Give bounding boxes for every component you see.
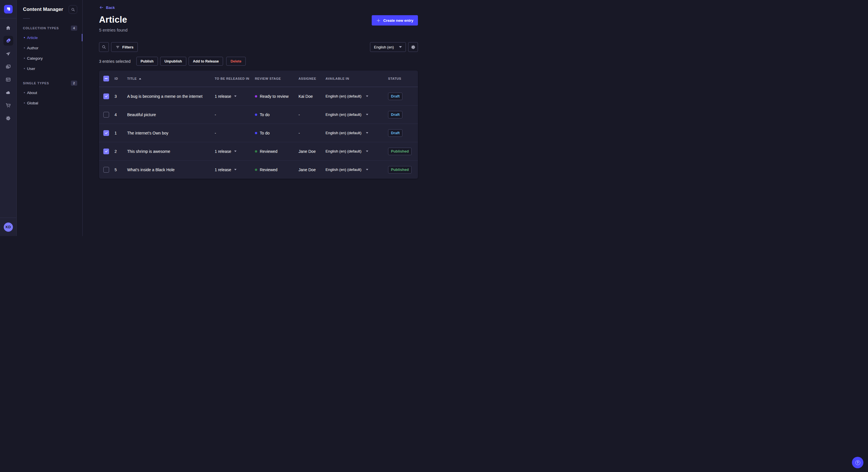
search-icon	[71, 7, 75, 12]
create-new-entry-button[interactable]: Create new entry	[372, 15, 418, 26]
main-content: Back Article 5 entries found Create new …	[83, 0, 434, 236]
column-header-available-in[interactable]: AVAILABLE IN	[326, 77, 388, 80]
row-checkbox[interactable]	[103, 167, 109, 173]
nav-content-type-builder-button[interactable]	[3, 74, 13, 84]
row-checkbox[interactable]	[103, 130, 109, 136]
sidebar-item-label: User	[27, 67, 35, 71]
entries-table: ID TITLE TO BE RELEASED IN REVIEW STAGE …	[99, 71, 418, 179]
column-header-id[interactable]: ID	[115, 77, 127, 80]
chevron-down-icon	[399, 46, 402, 48]
strapi-logo[interactable]	[4, 5, 12, 13]
stage-dot	[255, 150, 257, 153]
cell-release[interactable]: 1 release	[215, 149, 255, 154]
user-avatar[interactable]: KD	[4, 223, 13, 232]
nav-releases-button[interactable]	[3, 49, 13, 59]
cell-title: A bug is becoming a meme on the internet	[127, 94, 215, 99]
sidebar-item-label: Global	[27, 101, 38, 105]
sidebar-item-about[interactable]: About	[17, 88, 82, 98]
bullet-icon	[24, 92, 25, 93]
sidebar-item-author[interactable]: Author	[17, 43, 82, 53]
active-indicator	[82, 34, 82, 41]
add-to-release-button[interactable]: Add to Release	[189, 57, 223, 66]
cell-release: -	[215, 112, 255, 117]
nav-settings-button[interactable]	[3, 113, 13, 123]
sidebar-item-label: Category	[27, 56, 43, 61]
bullet-icon	[24, 47, 25, 48]
cell-title: The internet's Own boy	[127, 131, 215, 135]
sidebar-search-button[interactable]	[69, 5, 77, 14]
cell-available-in[interactable]: English (en) (default)	[326, 94, 388, 98]
row-checkbox[interactable]	[103, 112, 109, 117]
indeterminate-dash-icon	[105, 78, 107, 79]
sidebar-item-article[interactable]: Article	[17, 32, 82, 43]
cell-available-in[interactable]: English (en) (default)	[326, 149, 388, 154]
cell-id: 3	[115, 94, 127, 99]
bullet-icon	[24, 102, 25, 103]
cell-assignee: -	[299, 131, 326, 135]
cell-available-in[interactable]: English (en) (default)	[326, 131, 388, 135]
sidebar-item-user[interactable]: User	[17, 63, 82, 74]
column-header-status[interactable]: STATUS	[388, 77, 418, 80]
table-search-button[interactable]	[99, 42, 109, 52]
sidebar-item-label: Article	[27, 36, 38, 40]
row-checkbox[interactable]	[103, 148, 109, 154]
stage-dot	[255, 132, 257, 134]
sidebar-item-global[interactable]: Global	[17, 98, 82, 108]
stage-dot	[255, 95, 257, 98]
nav-deploy-button[interactable]	[3, 88, 13, 97]
sidebar-title: Content Manager	[23, 7, 63, 12]
check-icon	[104, 149, 108, 153]
gear-icon	[411, 45, 415, 49]
cell-review-stage: To do	[255, 131, 299, 135]
filter-icon	[115, 45, 120, 49]
chevron-down-icon	[234, 96, 237, 97]
column-header-title[interactable]: TITLE	[127, 77, 215, 80]
column-header-release[interactable]: TO BE RELEASED IN	[215, 77, 255, 80]
view-settings-button[interactable]	[408, 42, 418, 52]
cell-available-in[interactable]: English (en) (default)	[326, 167, 388, 172]
nav-marketplace-button[interactable]	[3, 100, 13, 110]
table-row[interactable]: 4 Beautiful picture - To do - English (e…	[99, 105, 418, 124]
cell-title: Beautiful picture	[127, 112, 215, 117]
table-row[interactable]: 3 A bug is becoming a meme on the intern…	[99, 87, 418, 105]
nav-content-manager-button[interactable]	[3, 36, 13, 45]
rail-footer: KD	[0, 217, 17, 236]
chevron-down-icon	[366, 114, 368, 115]
row-checkbox[interactable]	[103, 94, 109, 99]
delete-button[interactable]: Delete	[226, 57, 246, 66]
cell-id: 4	[115, 112, 127, 117]
check-icon	[104, 131, 108, 135]
cell-available-in[interactable]: English (en) (default)	[326, 112, 388, 117]
sidebar-item-category[interactable]: Category	[17, 53, 82, 63]
cell-release[interactable]: 1 release	[215, 94, 255, 99]
cloud-icon	[5, 90, 11, 95]
column-header-assignee[interactable]: ASSIGNEE	[299, 77, 326, 80]
column-header-review-stage[interactable]: REVIEW STAGE	[255, 77, 299, 80]
strapi-logo-icon	[6, 7, 11, 11]
cell-release[interactable]: 1 release	[215, 167, 255, 172]
table-row[interactable]: 1 The internet's Own boy - To do - Engli…	[99, 124, 418, 142]
bullet-icon	[24, 37, 25, 38]
status-badge: Draft	[388, 111, 402, 119]
arrow-left-icon	[99, 5, 104, 10]
publish-button[interactable]: Publish	[136, 57, 158, 66]
plus-icon	[376, 19, 381, 23]
gear-icon	[5, 115, 11, 121]
unpublish-button[interactable]: Unpublish	[160, 57, 186, 66]
cart-icon	[5, 103, 11, 108]
filters-button[interactable]: Filters	[111, 42, 138, 52]
table-row[interactable]: 5 What's inside a Black Hole 1 release R…	[99, 160, 418, 179]
nav-home-button[interactable]	[3, 23, 13, 33]
chevron-down-icon	[234, 169, 237, 170]
locale-select[interactable]: English (en)	[370, 42, 406, 52]
content-manager-sidebar: Content Manager COLLECTION TYPES 4 Artic…	[17, 0, 83, 236]
selection-count: 3 entries selected	[99, 59, 131, 64]
status-badge: Published	[388, 148, 412, 155]
table-row[interactable]: 2 This shrimp is awesome 1 release Revie…	[99, 142, 418, 160]
nav-media-library-button[interactable]	[3, 62, 13, 71]
feather-icon	[5, 38, 11, 43]
chevron-down-icon	[366, 169, 368, 170]
cell-release: -	[215, 131, 255, 135]
select-all-checkbox[interactable]	[103, 76, 109, 81]
back-link[interactable]: Back	[99, 5, 115, 10]
